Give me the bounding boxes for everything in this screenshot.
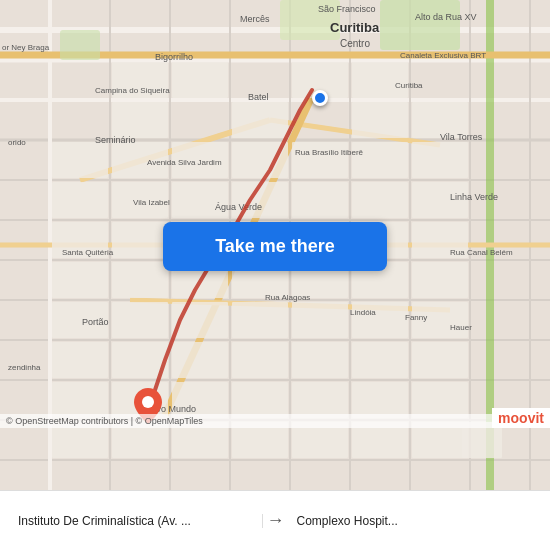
svg-text:or Ney Braga: or Ney Braga	[2, 43, 50, 52]
svg-rect-80	[352, 342, 408, 378]
svg-rect-62	[112, 262, 168, 298]
svg-rect-34	[232, 102, 288, 138]
svg-rect-72	[292, 302, 348, 338]
origin-marker	[312, 90, 328, 106]
svg-rect-47	[52, 182, 108, 218]
svg-text:Mercês: Mercês	[240, 14, 270, 24]
svg-rect-42	[232, 142, 288, 178]
svg-rect-67	[412, 262, 468, 298]
svg-rect-82	[52, 382, 108, 418]
svg-rect-75	[52, 342, 108, 378]
svg-text:Centro: Centro	[340, 38, 370, 49]
svg-rect-45	[412, 142, 468, 178]
svg-text:Fanny: Fanny	[405, 313, 427, 322]
moovit-text: moovit	[498, 410, 544, 426]
svg-text:orido: orido	[8, 138, 26, 147]
svg-rect-55	[112, 222, 168, 258]
map-attribution: © OpenStreetMap contributors | © OpenMap…	[0, 414, 550, 428]
svg-text:Água Verde: Água Verde	[215, 202, 262, 212]
map-container: Curitiba Centro Mercês São Francisco Alt…	[0, 0, 550, 490]
svg-text:zendinha: zendinha	[8, 363, 41, 372]
svg-rect-76	[112, 342, 168, 378]
svg-text:Linha Verde: Linha Verde	[450, 192, 498, 202]
svg-text:Curitiba: Curitiba	[395, 81, 423, 90]
svg-rect-51	[292, 182, 348, 218]
svg-rect-50	[232, 182, 288, 218]
svg-text:Curitiba: Curitiba	[330, 20, 380, 35]
svg-rect-52	[352, 182, 408, 218]
bottom-bar: Instituto De Criminalística (Av. ... → C…	[0, 490, 550, 550]
svg-text:Vila Torres: Vila Torres	[440, 132, 483, 142]
from-section: Instituto De Criminalística (Av. ...	[10, 514, 263, 528]
svg-rect-85	[232, 382, 288, 418]
svg-text:Avenida Silva Jardim: Avenida Silva Jardim	[147, 158, 222, 167]
svg-rect-87	[352, 382, 408, 418]
svg-rect-86	[292, 382, 348, 418]
svg-rect-30	[60, 30, 100, 60]
attribution-text: © OpenStreetMap contributors | © OpenMap…	[6, 416, 203, 426]
svg-rect-46	[52, 142, 108, 178]
svg-rect-71	[232, 302, 288, 338]
svg-text:Batel: Batel	[248, 92, 269, 102]
svg-text:Rua Brasílio Itiberê: Rua Brasílio Itiberê	[295, 148, 364, 157]
svg-text:São Francisco: São Francisco	[318, 4, 376, 14]
take-me-there-button[interactable]: Take me there	[163, 222, 387, 271]
svg-text:Rua Alagoas: Rua Alagoas	[265, 293, 310, 302]
from-location-name: Instituto De Criminalística (Av. ...	[18, 514, 254, 528]
moovit-logo: moovit	[492, 408, 550, 428]
svg-rect-70	[172, 302, 228, 338]
svg-point-125	[142, 396, 154, 408]
svg-text:Bigorrilho: Bigorrilho	[155, 52, 193, 62]
svg-rect-81	[412, 342, 468, 378]
svg-text:Portão: Portão	[82, 317, 109, 327]
svg-text:Alto da Rua XV: Alto da Rua XV	[415, 12, 477, 22]
svg-text:Lindóia: Lindóia	[350, 308, 376, 317]
svg-rect-39	[352, 102, 408, 138]
svg-rect-61	[52, 262, 108, 298]
svg-rect-78	[232, 342, 288, 378]
svg-rect-79	[292, 342, 348, 378]
svg-text:Vila Izabel: Vila Izabel	[133, 198, 170, 207]
svg-text:Campina do Siqueira: Campina do Siqueira	[95, 86, 170, 95]
svg-rect-69	[112, 302, 168, 338]
svg-text:Hauer: Hauer	[450, 323, 472, 332]
svg-rect-77	[172, 342, 228, 378]
svg-rect-35	[112, 102, 168, 138]
svg-text:Canaleta Exclusiva BRT: Canaleta Exclusiva BRT	[400, 51, 486, 60]
svg-text:Santa Quitéria: Santa Quitéria	[62, 248, 114, 257]
svg-text:Seminário: Seminário	[95, 135, 136, 145]
svg-rect-36	[352, 62, 408, 98]
to-location-name: Complexo Hospit...	[297, 514, 533, 528]
svg-text:Rua Canal Belém: Rua Canal Belém	[450, 248, 513, 257]
svg-rect-88	[412, 382, 468, 418]
svg-rect-29	[380, 0, 460, 50]
svg-rect-33	[172, 62, 228, 98]
direction-arrow-icon: →	[263, 510, 289, 531]
to-section: Complexo Hospit...	[289, 514, 541, 528]
svg-rect-49	[172, 182, 228, 218]
